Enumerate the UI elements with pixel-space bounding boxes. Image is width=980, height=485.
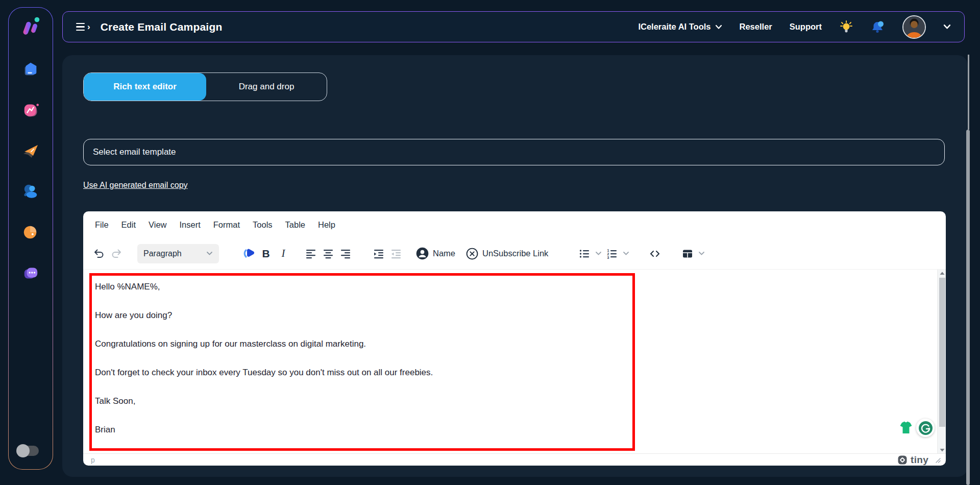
- scroll-up-icon[interactable]: [938, 270, 946, 277]
- rich-text-editor: File Edit View Insert Format Tools Table…: [83, 211, 946, 466]
- sidebar-theme-toggle[interactable]: [16, 445, 39, 457]
- chevron-down-icon: [715, 25, 722, 30]
- italic-icon[interactable]: I: [275, 245, 292, 262]
- tab-rich-text-editor[interactable]: Rich text editor: [84, 73, 206, 101]
- email-template-select[interactable]: Select email template: [83, 139, 945, 165]
- analytics-icon[interactable]: [21, 101, 40, 119]
- reports-icon[interactable]: [21, 223, 40, 241]
- contacts-icon[interactable]: [21, 182, 40, 201]
- chevron-down-icon: [206, 251, 213, 256]
- nav-reseller[interactable]: Reseller: [740, 22, 772, 32]
- email-paragraph: How are you doing?: [95, 310, 629, 321]
- tshirt-icon[interactable]: [898, 420, 913, 435]
- insert-name-button[interactable]: Name: [412, 245, 458, 262]
- resize-handle-icon[interactable]: [935, 457, 941, 463]
- menu-toggle-icon[interactable]: ›: [76, 22, 90, 31]
- table-chevron-icon[interactable]: [696, 245, 706, 262]
- ai-copy-link[interactable]: Use AI generated email copy: [83, 181, 188, 190]
- menu-edit[interactable]: Edit: [116, 217, 141, 233]
- svg-text:1: 1: [607, 249, 609, 252]
- email-paragraph: Talk Soon,: [95, 396, 629, 406]
- bold-icon[interactable]: B: [257, 245, 275, 262]
- email-paragraph: Hello %NAME%,: [95, 281, 629, 292]
- email-template-placeholder: Select email template: [93, 147, 176, 157]
- outdent-icon[interactable]: [387, 245, 405, 262]
- app-logo[interactable]: [19, 14, 42, 37]
- circle-x-icon: [465, 247, 479, 260]
- sidebar: [8, 7, 53, 470]
- page-scrollbar-thumb[interactable]: [966, 130, 970, 485]
- bullet-list-chevron-icon[interactable]: [593, 245, 603, 262]
- editor-mode-tabs: Rich text editor Drag and drop: [83, 72, 327, 101]
- home-icon[interactable]: [21, 60, 40, 78]
- align-center-icon[interactable]: [320, 245, 337, 262]
- grammarly-icon[interactable]: [916, 419, 935, 437]
- align-right-icon[interactable]: [337, 245, 354, 262]
- menu-help[interactable]: Help: [312, 217, 341, 233]
- person-circle-icon: [415, 247, 429, 260]
- table-icon[interactable]: [679, 245, 696, 262]
- editor-menubar: File Edit View Insert Format Tools Table…: [83, 211, 946, 238]
- indent-icon[interactable]: [370, 245, 387, 262]
- menu-insert[interactable]: Insert: [174, 217, 206, 233]
- tab-drag-and-drop[interactable]: Drag and drop: [206, 73, 327, 101]
- email-paragraph: Brian: [95, 424, 629, 435]
- svg-text:3: 3: [607, 256, 609, 259]
- element-path[interactable]: p: [91, 456, 95, 464]
- page-title: Create Email Campaign: [101, 21, 223, 33]
- account-chevron-down-icon[interactable]: [943, 24, 951, 30]
- top-header: › Create Email Campaign ICeleraite AI To…: [62, 11, 965, 42]
- menu-view[interactable]: View: [143, 217, 172, 233]
- notifications-bell-icon[interactable]: [871, 20, 885, 34]
- email-paragraph: Don't forget to check your inbox every T…: [95, 367, 629, 378]
- email-body-highlight-box: Hello %NAME%, How are you doing? Congrat…: [89, 273, 635, 451]
- editor-toolbar: Paragraph B I: [83, 238, 946, 270]
- numbered-list-icon[interactable]: 123: [603, 245, 621, 262]
- menu-table[interactable]: Table: [280, 217, 311, 233]
- numbered-list-chevron-icon[interactable]: [621, 245, 631, 262]
- send-campaign-icon[interactable]: [21, 141, 40, 160]
- menu-tools[interactable]: Tools: [247, 217, 278, 233]
- sidebar-nav: [21, 60, 40, 282]
- personalize-icon[interactable]: [240, 245, 257, 262]
- svg-text:2: 2: [607, 252, 609, 256]
- scroll-down-icon[interactable]: [938, 446, 946, 453]
- menu-file[interactable]: File: [89, 217, 114, 233]
- undo-icon[interactable]: [90, 245, 108, 262]
- nav-ai-tools[interactable]: ICeleraite AI Tools: [638, 22, 722, 32]
- main-panel: Rich text editor Drag and drop Select em…: [62, 55, 968, 477]
- redo-icon[interactable]: [108, 245, 125, 262]
- chat-icon[interactable]: [21, 264, 40, 282]
- bullet-list-icon[interactable]: [576, 245, 593, 262]
- page-scrollbar-track[interactable]: [968, 55, 969, 130]
- block-format-select[interactable]: Paragraph: [137, 244, 219, 263]
- source-code-icon[interactable]: [646, 245, 664, 262]
- tips-lightbulb-icon[interactable]: [839, 20, 853, 34]
- nav-support[interactable]: Support: [790, 22, 822, 32]
- editor-statusbar: p tiny: [83, 453, 946, 466]
- menu-format[interactable]: Format: [208, 217, 246, 233]
- align-left-icon[interactable]: [302, 245, 320, 262]
- tiny-brand: tiny: [897, 454, 941, 466]
- tiny-logo-icon[interactable]: [897, 455, 908, 465]
- unsubscribe-link-button[interactable]: UnSubscribe Link: [462, 245, 551, 262]
- user-avatar[interactable]: [902, 15, 926, 39]
- editor-content-body[interactable]: Hello %NAME%, How are you doing? Congrat…: [83, 270, 946, 453]
- editor-scrollbar[interactable]: [937, 270, 946, 453]
- email-paragraph: Congratulations on signing up for our ma…: [95, 338, 629, 349]
- editor-scrollbar-thumb[interactable]: [939, 278, 945, 427]
